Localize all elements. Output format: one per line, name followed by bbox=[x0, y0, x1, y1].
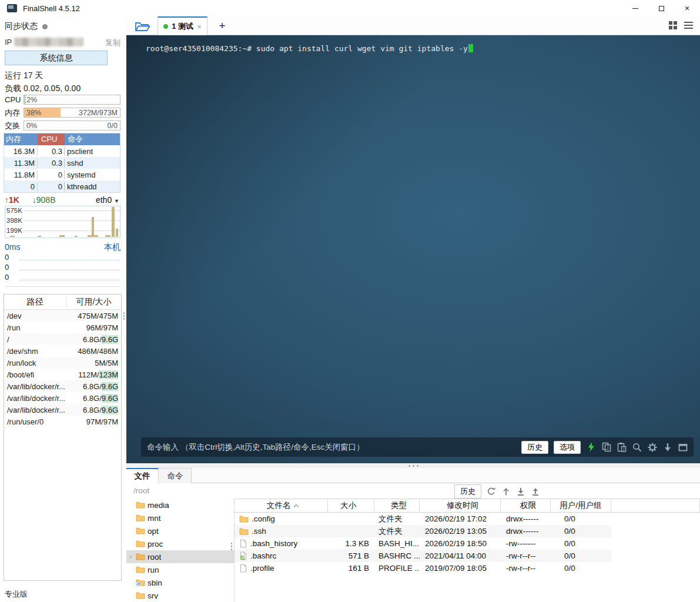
disk-row: /var/lib/docker/r...6.8G/9.6G bbox=[4, 380, 121, 392]
process-row: 11.8M 0 systemd bbox=[4, 169, 120, 180]
tree-item-proc[interactable]: proc bbox=[126, 537, 234, 550]
swap-label: 交换 bbox=[5, 121, 24, 131]
graph-tick: 398K bbox=[6, 218, 22, 224]
disk-row: /dev/shm486M/486M bbox=[4, 345, 121, 357]
command-input-bar[interactable]: 命令输入 （双击Ctrl切换,Alt历史,Tab路径/命令,Esc关闭窗口） 历… bbox=[141, 437, 694, 457]
ip-row: IP 复制 bbox=[5, 38, 120, 47]
close-button[interactable]: × bbox=[674, 0, 700, 16]
tab-files[interactable]: 文件 bbox=[126, 468, 159, 483]
options-button[interactable]: 选项 bbox=[554, 441, 581, 454]
scroll-down-icon[interactable] bbox=[662, 442, 672, 452]
disk-row: /dev475M/475M bbox=[4, 310, 121, 322]
upload-icon[interactable] bbox=[531, 487, 540, 496]
splitter-drag-handle[interactable] bbox=[407, 465, 419, 467]
process-cpu: 0 bbox=[38, 182, 65, 191]
tree-item-run[interactable]: run bbox=[126, 563, 234, 576]
parent-directory-icon[interactable] bbox=[501, 487, 511, 496]
bottom-tab-bar: 文件 命令 bbox=[126, 468, 700, 483]
tree-item-media[interactable]: media bbox=[126, 499, 234, 511]
tree-item-sbin[interactable]: sbin bbox=[126, 576, 234, 589]
panel-drag-handle[interactable] bbox=[123, 312, 125, 321]
ping-row: 0 bbox=[5, 273, 120, 283]
file-manager-panel: 文件 命令 /root 历史 media mnt opt bbox=[126, 468, 700, 602]
gear-icon[interactable] bbox=[647, 442, 657, 452]
minimize-icon bbox=[632, 8, 638, 9]
refresh-icon[interactable] bbox=[487, 487, 496, 496]
horizontal-splitter[interactable] bbox=[126, 463, 700, 468]
file-toolbar: /root 历史 bbox=[126, 483, 700, 499]
header-type[interactable]: 类型 bbox=[374, 499, 420, 512]
file-row-profile[interactable]: .profile 161 B PROFILE ... 2019/07/09 18… bbox=[235, 562, 700, 574]
sync-status-dot bbox=[42, 24, 48, 29]
sidebar: 同步状态 IP 复制 系统信息 运行 17 天 负载 0.02, 0.05, 0… bbox=[0, 16, 126, 602]
swap-progress-bar: 0% 0/0 bbox=[24, 121, 120, 131]
file-icon bbox=[239, 564, 247, 573]
process-row: 11.3M 0.3 sshd bbox=[4, 157, 120, 169]
file-row-ssh[interactable]: .ssh 文件夹 2026/02/19 13:05 drwx------ 0/0 bbox=[235, 525, 700, 537]
disk-row: /6.8G/9.6G bbox=[4, 333, 121, 345]
header-filename[interactable]: 文件名 bbox=[235, 499, 328, 512]
connected-status-dot bbox=[163, 24, 168, 29]
terminal-cursor bbox=[468, 44, 473, 52]
folder-icon bbox=[239, 515, 249, 523]
file-edit-icon bbox=[239, 551, 247, 560]
expand-chevron-icon[interactable]: › bbox=[129, 552, 132, 561]
history-button[interactable]: 历史 bbox=[521, 441, 548, 454]
file-row-bash-history[interactable]: .bash_history 1.3 KB BASH_HI... 2026/02/… bbox=[235, 537, 700, 550]
process-header-mem[interactable]: 内存 bbox=[4, 134, 38, 145]
tree-item-opt[interactable]: opt bbox=[126, 524, 234, 537]
layout-grid-icon[interactable] bbox=[669, 21, 677, 29]
copy-icon[interactable] bbox=[601, 442, 611, 452]
path-input[interactable]: /root bbox=[133, 486, 149, 495]
tab-close-icon[interactable]: × bbox=[197, 22, 202, 31]
swap-percent-text: 0% bbox=[26, 122, 37, 130]
network-interface-select[interactable]: eth0 ▼ bbox=[96, 195, 119, 205]
process-header-cmd[interactable]: 命令 bbox=[65, 134, 120, 145]
sync-status-label: 同步状态 bbox=[5, 21, 38, 32]
minimize-button[interactable] bbox=[622, 0, 648, 16]
header-size[interactable]: 大小 bbox=[328, 499, 374, 512]
maximize-button[interactable] bbox=[648, 0, 674, 16]
disk-row: /run/user/097M/97M bbox=[4, 416, 121, 427]
disk-header-size[interactable]: 可用/大小 bbox=[66, 297, 121, 307]
window-mode-icon[interactable] bbox=[678, 442, 688, 452]
process-header-cpu[interactable]: CPU bbox=[38, 133, 65, 145]
open-connection-folder-icon[interactable] bbox=[135, 21, 150, 32]
network-traffic-graph: 575K 398K 199K bbox=[5, 206, 120, 238]
ping-row: 0 bbox=[5, 253, 120, 263]
paste-icon[interactable] bbox=[617, 442, 627, 452]
tree-drag-handle[interactable] bbox=[230, 542, 233, 551]
disk-row: /var/lib/docker/r...6.8G/9.6G bbox=[4, 392, 121, 404]
network-header: ↑1K ↓908B eth0 ▼ bbox=[5, 195, 120, 205]
directory-tree: media mnt opt proc ›root run sbin srv bbox=[126, 499, 234, 602]
disk-table-header: 路径 可用/大小 bbox=[4, 295, 121, 310]
terminal[interactable]: root@ser435010084235:~# sudo apt install… bbox=[126, 35, 700, 463]
process-mem: 0 bbox=[4, 182, 38, 191]
tree-item-srv[interactable]: srv bbox=[126, 589, 234, 602]
download-icon[interactable] bbox=[516, 487, 525, 496]
file-row-bashrc[interactable]: .bashrc 571 B BASHRC ... 2021/04/11 04:0… bbox=[235, 550, 700, 562]
up-arrow-icon: ↑ bbox=[5, 195, 9, 205]
path-history-button[interactable]: 历史 bbox=[454, 484, 481, 499]
tree-item-mnt[interactable]: mnt bbox=[126, 511, 234, 524]
process-cmd: kthreadd bbox=[65, 182, 120, 191]
add-tab-button[interactable]: + bbox=[215, 18, 230, 34]
menu-icon[interactable] bbox=[684, 22, 693, 29]
file-browser: media mnt opt proc ›root run sbin srv 文件… bbox=[126, 499, 700, 602]
down-arrow-icon: ↓ bbox=[32, 195, 36, 205]
header-permissions[interactable]: 权限 bbox=[501, 499, 551, 512]
ping-row: 0 bbox=[5, 263, 120, 273]
system-info-button[interactable]: 系统信息 bbox=[5, 51, 108, 65]
quick-command-bolt-icon[interactable] bbox=[586, 442, 596, 452]
network-download: ↓908B bbox=[32, 195, 56, 205]
app-logo-icon bbox=[7, 4, 17, 12]
search-icon[interactable] bbox=[632, 442, 642, 452]
tab-commands[interactable]: 命令 bbox=[159, 468, 192, 483]
tree-item-root[interactable]: ›root bbox=[126, 550, 234, 563]
header-owner[interactable]: 用户/用户组 bbox=[551, 499, 611, 512]
file-row-config[interactable]: .config 文件夹 2026/02/19 17:02 drwx------ … bbox=[235, 513, 700, 525]
disk-header-path[interactable]: 路径 bbox=[4, 297, 66, 307]
header-mtime[interactable]: 修改时间 bbox=[420, 499, 501, 512]
session-tab[interactable]: 1 测试 × bbox=[158, 16, 207, 35]
copy-ip-button[interactable]: 复制 bbox=[105, 38, 120, 48]
